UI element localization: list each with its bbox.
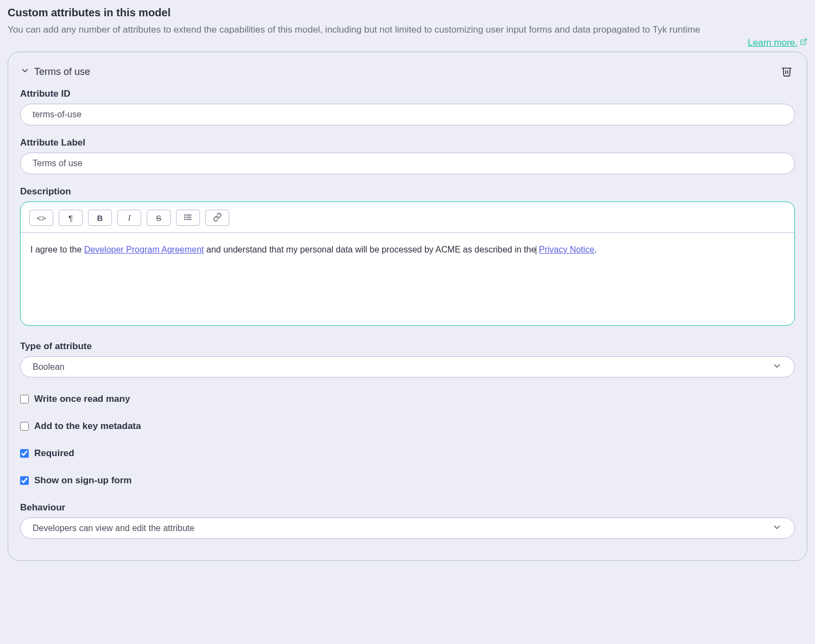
rte-list-button[interactable] bbox=[176, 210, 200, 226]
attribute-collapse-toggle[interactable]: Terms of use bbox=[20, 66, 90, 78]
show-signup-label: Show on sign-up form bbox=[34, 475, 131, 486]
write-once-label: Write once read many bbox=[34, 394, 130, 405]
rte-italic-button[interactable]: I bbox=[117, 210, 141, 226]
svg-line-0 bbox=[803, 39, 806, 42]
type-select[interactable]: Boolean bbox=[20, 356, 795, 377]
show-signup-checkbox[interactable] bbox=[20, 476, 29, 485]
required-checkbox-row[interactable]: Required bbox=[20, 448, 795, 459]
chevron-down-icon bbox=[20, 66, 30, 78]
page-subtitle: You can add any number of attributes to … bbox=[8, 24, 807, 35]
attribute-label-label: Attribute Label bbox=[20, 137, 795, 148]
privacy-notice-link[interactable]: Privacy Notice bbox=[539, 245, 594, 254]
required-checkbox[interactable] bbox=[20, 449, 29, 458]
external-link-icon bbox=[800, 37, 807, 48]
key-metadata-label: Add to the key metadata bbox=[34, 421, 141, 432]
code-icon: <> bbox=[36, 213, 46, 223]
description-text-after: . bbox=[594, 245, 597, 254]
rte-strike-button[interactable]: S bbox=[147, 210, 171, 226]
rte-paragraph-button[interactable]: ¶ bbox=[59, 210, 83, 226]
attribute-title: Terms of use bbox=[34, 66, 90, 78]
attribute-id-input[interactable] bbox=[20, 104, 795, 125]
key-metadata-checkbox-row[interactable]: Add to the key metadata bbox=[20, 421, 795, 432]
paragraph-icon: ¶ bbox=[68, 213, 73, 223]
rte-code-button[interactable]: <> bbox=[29, 210, 53, 226]
key-metadata-checkbox[interactable] bbox=[20, 422, 29, 431]
svg-point-4 bbox=[185, 214, 185, 215]
svg-point-5 bbox=[185, 217, 185, 217]
list-icon bbox=[184, 213, 192, 223]
write-once-checkbox[interactable] bbox=[20, 395, 29, 403]
attribute-id-label: Attribute ID bbox=[20, 89, 795, 99]
trash-icon bbox=[781, 71, 793, 79]
text-caret bbox=[536, 246, 536, 255]
description-label: Description bbox=[20, 186, 795, 197]
link-icon bbox=[213, 213, 222, 223]
svg-point-6 bbox=[185, 219, 185, 219]
behaviour-label: Behaviour bbox=[20, 502, 795, 513]
italic-icon: I bbox=[128, 213, 131, 223]
delete-attribute-button[interactable] bbox=[779, 63, 795, 81]
learn-more-label: Learn more. bbox=[748, 37, 798, 48]
description-editor: <> ¶ B I S I agree to the Developer Prog bbox=[20, 201, 795, 326]
attribute-label-input[interactable] bbox=[20, 153, 795, 174]
developer-agreement-link[interactable]: Developer Program Agreement bbox=[84, 245, 204, 254]
page-title: Custom attributes in this model bbox=[8, 7, 807, 19]
description-textarea[interactable]: I agree to the Developer Program Agreeme… bbox=[21, 233, 794, 325]
bold-icon: B bbox=[97, 213, 103, 223]
type-label: Type of attribute bbox=[20, 341, 795, 352]
learn-more-link[interactable]: Learn more. bbox=[748, 37, 807, 48]
description-text-mid: and understand that my personal data wil… bbox=[204, 245, 536, 254]
rte-toolbar: <> ¶ B I S bbox=[21, 202, 794, 233]
rte-bold-button[interactable]: B bbox=[88, 210, 112, 226]
attribute-panel: Terms of use Attribute ID Attribute Labe… bbox=[8, 52, 807, 561]
required-label: Required bbox=[34, 448, 74, 459]
write-once-checkbox-row[interactable]: Write once read many bbox=[20, 394, 795, 405]
show-signup-checkbox-row[interactable]: Show on sign-up form bbox=[20, 475, 795, 486]
rte-link-button[interactable] bbox=[205, 210, 229, 226]
strike-icon: S bbox=[156, 213, 161, 223]
behaviour-select[interactable]: Developers can view and edit the attribu… bbox=[20, 517, 795, 539]
description-text-before: I agree to the bbox=[30, 245, 84, 254]
